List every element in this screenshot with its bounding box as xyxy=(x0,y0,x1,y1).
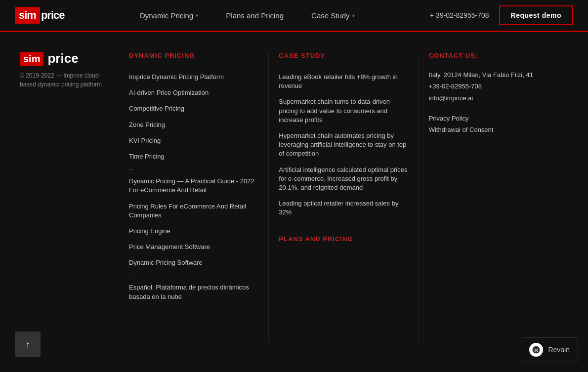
dp-link-software[interactable]: Dynamic Pricing Software xyxy=(129,255,258,271)
dp-link-competitive[interactable]: Competitive Pricing xyxy=(129,101,258,117)
dp-link-engine[interactable]: Pricing Engine xyxy=(129,223,258,239)
cs-link-2[interactable]: Supermarket chain turns to data-driven p… xyxy=(279,94,408,128)
dp-divider-2: -- xyxy=(129,268,133,283)
dp-link-management[interactable]: Price Management Software xyxy=(129,239,258,255)
cs-link-4[interactable]: Artificial intelligence calculated optim… xyxy=(279,162,408,196)
nav-case-study[interactable]: Case Study ▾ xyxy=(297,0,369,31)
sidebar-sim: sim xyxy=(20,52,43,66)
back-to-top-button[interactable]: ↑ xyxy=(15,331,41,357)
chevron-down-icon-case: ▾ xyxy=(352,13,355,18)
plans-section: PLANS AND PRICING xyxy=(279,235,408,243)
top-nav: sim price Dynamic Pricing ▾ Plans and Pr… xyxy=(0,0,588,32)
revain-widget[interactable]: R Revain xyxy=(521,337,578,362)
sidebar-copyright: © 2019-2022 — Imprice cloud-based dynami… xyxy=(20,71,109,89)
contact-address: Italy, 20124 Milan, Via Fabio Filzi, 41 xyxy=(429,69,558,81)
dp-link-guide[interactable]: Dynamic Pricing — A Practical Guide - 20… xyxy=(129,173,258,198)
sidebar-price-large: price xyxy=(47,52,78,65)
dp-link-1[interactable]: Imprice Dynamic Pricing Platform xyxy=(129,69,258,85)
dynamic-pricing-column: DYNAMIC PRICING Imprice Dynamic Pricing … xyxy=(119,52,268,343)
dropdown-area: sim price © 2019-2022 — Imprice cloud-ba… xyxy=(0,32,588,372)
logo-sim: sim xyxy=(15,7,40,24)
dp-divider-1: -- xyxy=(129,162,133,176)
privacy-policy-link[interactable]: Privacy Policy xyxy=(429,113,558,124)
contact-phone: +39-02-82955-708 xyxy=(429,81,558,92)
dp-link-rules[interactable]: Pricing Rules For eCommerce And Retail C… xyxy=(129,199,258,223)
nav-links: Dynamic Pricing ▾ Plans and Pricing Case… xyxy=(65,0,430,31)
nav-plans-pricing[interactable]: Plans and Pricing xyxy=(212,0,297,31)
plans-pricing-title: PLANS AND PRICING xyxy=(279,235,408,243)
request-demo-button[interactable]: Request demo xyxy=(499,5,573,25)
cs-link-1[interactable]: Leading eBook retailer hits +8% growth i… xyxy=(279,69,408,94)
dynamic-pricing-title: DYNAMIC PRICING xyxy=(129,52,258,59)
dp-link-kvi[interactable]: KVI Pricing xyxy=(129,133,258,149)
case-study-title: CASE STUDY xyxy=(279,52,408,59)
case-study-column: CASE STUDY Leading eBook retailer hits +… xyxy=(268,52,418,343)
arrow-up-icon: ↑ xyxy=(25,339,30,350)
sidebar-logo[interactable]: sim price xyxy=(20,52,109,66)
dp-link-espanol[interactable]: Español: Plataforma de precios dinámicos… xyxy=(129,280,258,304)
sidebar-logo-area: sim price © 2019-2022 — Imprice cloud-ba… xyxy=(20,52,119,343)
revain-icon: R xyxy=(529,343,543,357)
chevron-down-icon: ▾ xyxy=(196,13,198,18)
contact-title: CONTACT US: xyxy=(429,52,558,59)
nav-dynamic-pricing[interactable]: Dynamic Pricing ▾ xyxy=(126,0,212,31)
logo-price: price xyxy=(41,9,65,22)
contact-column: CONTACT US: Italy, 20124 Milan, Via Fabi… xyxy=(419,52,568,343)
contact-email: info@imprice.ai xyxy=(429,92,558,104)
cs-link-5[interactable]: Leading optical retailer increased sales… xyxy=(279,196,408,220)
svg-text:R: R xyxy=(535,347,538,353)
dp-link-2[interactable]: AI-driven Price Optimization xyxy=(129,85,258,101)
revain-logo-svg: R xyxy=(532,345,541,354)
withdrawal-link[interactable]: Withdrawal of Consent xyxy=(429,124,558,135)
phone-number: + 39-02-82955-708 xyxy=(430,11,489,19)
revain-label: Revain xyxy=(548,346,570,354)
logo[interactable]: sim price xyxy=(15,7,65,24)
cs-link-3[interactable]: Hypermarket chain automates pricing by l… xyxy=(279,128,408,162)
dp-link-zone[interactable]: Zone Pricing xyxy=(129,117,258,133)
dp-link-time[interactable]: Time Pricing xyxy=(129,149,258,165)
